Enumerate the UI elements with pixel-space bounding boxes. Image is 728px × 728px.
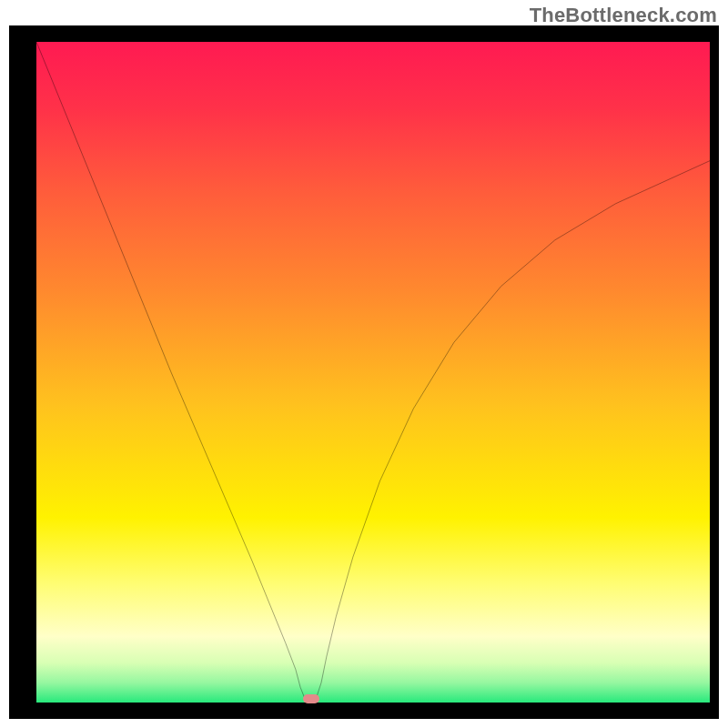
svg-rect-0: [36, 42, 710, 703]
chart-stage: TheBottleneck.com: [0, 0, 728, 728]
watermark-text: TheBottleneck.com: [530, 4, 717, 27]
background-gradient: [36, 42, 710, 703]
chart-frame: [9, 25, 719, 719]
plot-area: [36, 42, 710, 703]
